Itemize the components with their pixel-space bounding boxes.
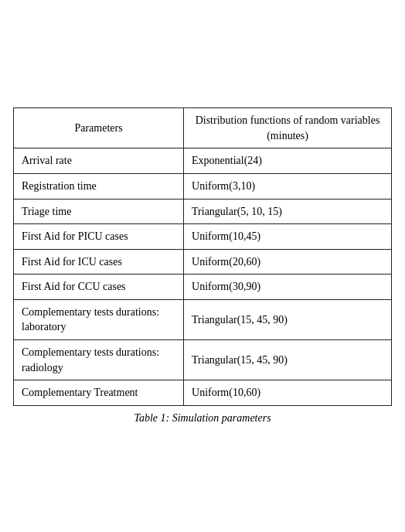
table-caption: Table 1: Simulation parameters bbox=[13, 412, 392, 425]
distribution-cell: Uniform(30,90) bbox=[184, 275, 392, 300]
parameter-cell: Complementary tests durations: radiology bbox=[14, 340, 184, 380]
parameter-cell: Complementary Treatment bbox=[14, 380, 184, 406]
col1-header: Parameters bbox=[14, 108, 184, 148]
distribution-cell: Uniform(10,45) bbox=[184, 224, 392, 250]
distribution-cell: Exponential(24) bbox=[184, 148, 392, 174]
distribution-cell: Uniform(10,60) bbox=[184, 380, 392, 406]
distribution-cell: Triangular(5, 10, 15) bbox=[184, 199, 392, 224]
table-row: Arrival rateExponential(24) bbox=[14, 148, 392, 174]
parameter-cell: Arrival rate bbox=[14, 148, 184, 174]
table-row: Complementary TreatmentUniform(10,60) bbox=[14, 380, 392, 406]
table-row: First Aid for PICU casesUniform(10,45) bbox=[14, 224, 392, 250]
parameter-cell: Registration time bbox=[14, 173, 184, 199]
table-row: First Aid for CCU casesUniform(30,90) bbox=[14, 275, 392, 300]
col2-header: Distribution functions of random variabl… bbox=[184, 108, 392, 148]
parameter-cell: First Aid for PICU cases bbox=[14, 224, 184, 250]
parameter-cell: First Aid for ICU cases bbox=[14, 249, 184, 275]
parameter-cell: Triage time bbox=[14, 199, 184, 224]
table-row: Triage timeTriangular(5, 10, 15) bbox=[14, 199, 392, 224]
distribution-cell: Triangular(15, 45, 90) bbox=[184, 299, 392, 339]
parameter-cell: First Aid for CCU cases bbox=[14, 275, 184, 300]
table-row: Registration timeUniform(3,10) bbox=[14, 173, 392, 199]
table-row: Complementary tests durations: laborator… bbox=[14, 299, 392, 339]
table-row: Complementary tests durations: radiology… bbox=[14, 340, 392, 380]
table-row: First Aid for ICU casesUniform(20,60) bbox=[14, 249, 392, 275]
parameter-cell: Complementary tests durations: laborator… bbox=[14, 299, 184, 339]
simulation-parameters-table: Parameters Distribution functions of ran… bbox=[13, 107, 392, 406]
distribution-cell: Triangular(15, 45, 90) bbox=[184, 340, 392, 380]
distribution-cell: Uniform(3,10) bbox=[184, 173, 392, 199]
distribution-cell: Uniform(20,60) bbox=[184, 249, 392, 275]
table-header-row: Parameters Distribution functions of ran… bbox=[14, 108, 392, 148]
table-container: Parameters Distribution functions of ran… bbox=[13, 107, 392, 425]
